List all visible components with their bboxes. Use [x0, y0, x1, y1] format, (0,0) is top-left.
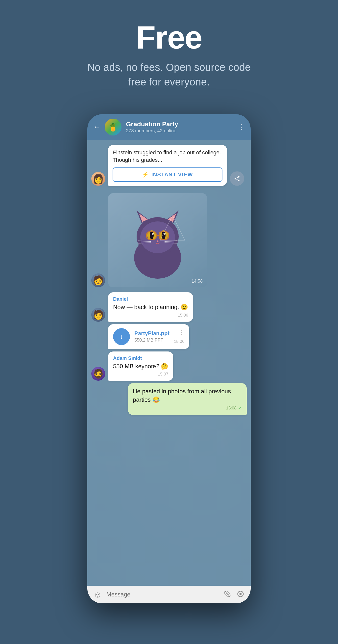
camera-button[interactable] — [236, 590, 245, 599]
own-message-row: He pasted in photos from all previous pa… — [91, 383, 247, 415]
own-time: 15:08 ✓ — [133, 406, 242, 411]
cat-sticker-svg — [123, 201, 192, 280]
message-area: Einstein struggled to find a job out of … — [87, 140, 251, 420]
avatar-sender-2 — [91, 274, 105, 287]
file-time: 15:06 — [174, 339, 185, 344]
bolt-icon: ⚡ — [142, 172, 149, 178]
sticker-row: A = πr² V = l³ P = 2πr A = πr³ s = √(r²+… — [91, 193, 247, 287]
file-bubble: ↓ PartyPlan.ppt 550.2 MB PPT ⋮ 15:06 — [108, 324, 189, 349]
svg-point-9 — [150, 231, 154, 239]
sticker-area: A = πr² V = l³ P = 2πr A = πr³ s = √(r²+… — [108, 193, 207, 287]
hero-section: Free No ads, no fees. Open source code f… — [0, 0, 338, 104]
instant-view-button[interactable]: ⚡ INSTANT VIEW — [113, 168, 222, 182]
instant-view-label: INSTANT VIEW — [151, 172, 193, 178]
group-name: Graduation Party — [126, 120, 233, 128]
share-button[interactable] — [230, 172, 244, 186]
link-bubble: Einstein struggled to find a job out of … — [108, 145, 227, 186]
daniel-sender: Daniel — [113, 296, 188, 302]
avatar-sender-1 — [91, 172, 105, 186]
adam-bubble: Adam Smidt 550 MB keynote? 🤔 15:07 — [108, 352, 173, 381]
emoji-button[interactable]: ☺ — [93, 590, 102, 600]
daniel-text: Now — back to planning. 😉 — [113, 303, 188, 311]
svg-point-11 — [152, 233, 154, 235]
hero-subtitle: No ads, no fees. Open source code free f… — [82, 60, 256, 90]
link-text: Einstein struggled to find a job out of … — [113, 149, 222, 164]
file-name: PartyPlan.ppt — [134, 330, 169, 336]
own-bubble: He pasted in photos from all previous pa… — [128, 383, 247, 415]
sticker-timestamp: 14:58 — [192, 279, 203, 284]
file-more-button[interactable]: ⋮ — [179, 329, 184, 336]
adam-time: 15:07 — [113, 372, 168, 377]
hero-title: Free — [136, 20, 202, 55]
input-bar: ☺ — [87, 586, 251, 604]
message-input[interactable] — [106, 591, 220, 598]
daniel-time: 15:06 — [113, 313, 188, 318]
back-button[interactable]: ← — [93, 123, 100, 131]
file-size: 550.2 MB PPT — [134, 338, 169, 343]
check-mark-icon: ✓ — [238, 406, 242, 411]
group-info: Graduation Party 278 members, 42 online — [126, 120, 233, 134]
group-members: 278 members, 42 online — [126, 128, 233, 134]
phone-mockup: ← 🍍 Graduation Party 278 members, 42 onl… — [87, 114, 251, 604]
svg-point-10 — [162, 231, 166, 239]
adam-sender: Adam Smidt — [113, 356, 168, 361]
own-text: He pasted in photos from all previous pa… — [133, 387, 242, 404]
svg-point-6 — [140, 222, 175, 253]
file-info: PartyPlan.ppt 550.2 MB PPT — [134, 330, 169, 343]
chat-body: Einstein struggled to find a job out of … — [87, 140, 251, 586]
more-button[interactable]: ⋮ — [238, 123, 245, 131]
group-avatar: 🍍 — [105, 119, 121, 136]
avatar-adam — [91, 367, 105, 381]
sticker-background: A = πr² V = l³ P = 2πr A = πr³ s = √(r²+… — [108, 193, 207, 287]
adam-text: 550 MB keynote? 🤔 — [113, 362, 168, 370]
link-preview-row: Einstein struggled to find a job out of … — [91, 145, 247, 186]
chat-header: ← 🍍 Graduation Party 278 members, 42 onl… — [87, 114, 251, 140]
attach-button[interactable] — [222, 588, 234, 601]
daniel-bubble: Daniel Now — back to planning. 😉 15:06 — [108, 292, 193, 322]
adam-message-row: Adam Smidt 550 MB keynote? 🤔 15:07 — [91, 352, 247, 381]
download-button[interactable]: ↓ — [113, 328, 130, 345]
avatar-daniel — [91, 308, 105, 322]
file-message-row: ↓ PartyPlan.ppt 550.2 MB PPT ⋮ 15:06 — [108, 324, 247, 349]
daniel-message-row: Daniel Now — back to planning. 😉 15:06 — [91, 292, 247, 322]
